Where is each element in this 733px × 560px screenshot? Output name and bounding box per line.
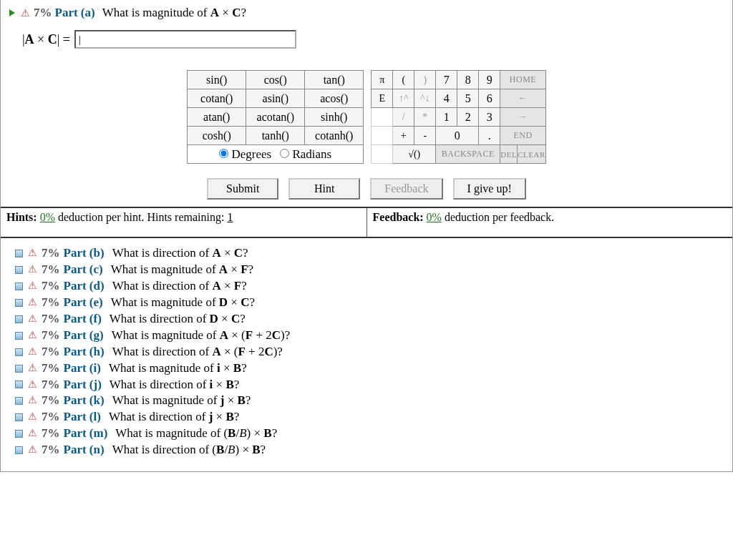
collapse-icon[interactable] (15, 413, 23, 421)
part-label: Part (g) (64, 328, 104, 344)
question-text: What is direction of A × F? (112, 278, 247, 295)
warn-icon: ⚠ (26, 296, 38, 310)
answer-lhs: |A × C| = (22, 32, 70, 47)
part-item[interactable]: ⚠7%Part (h)What is direction of A × (F +… (15, 344, 724, 360)
collapse-icon[interactable] (15, 283, 23, 290)
collapse-icon[interactable] (15, 446, 23, 454)
key-left-arrow[interactable]: ← (500, 89, 545, 108)
part-percent: 7% (42, 262, 60, 278)
submit-button[interactable]: Submit (207, 178, 278, 200)
part-item[interactable]: ⚠7%Part (g)What is magnitude of A × (F +… (15, 328, 724, 344)
key-home[interactable]: HOME (500, 71, 545, 89)
question-text: What is magnitude of i × B? (109, 360, 247, 377)
key-acotan[interactable]: acotan() (246, 108, 305, 127)
key-7[interactable]: 7 (436, 71, 457, 89)
part-percent: 7% (42, 393, 60, 409)
key-star[interactable]: * (414, 108, 436, 127)
key-rparen[interactable]: ) (414, 71, 436, 89)
key-tan[interactable]: tan() (305, 71, 364, 89)
key-backspace[interactable]: BACKSPACE (436, 145, 500, 164)
collapse-icon[interactable] (15, 365, 23, 373)
key-dot[interactable]: . (479, 127, 500, 145)
part-item[interactable]: ⚠7%Part (c)What is magnitude of A × F? (15, 262, 724, 278)
answer-input[interactable] (74, 30, 296, 49)
part-item[interactable]: ⚠7%Part (f)What is direction of D × C? (15, 311, 724, 328)
key-minus[interactable]: - (414, 127, 436, 145)
part-item[interactable]: ⚠7%Part (m)What is magnitude of (B/B) × … (15, 426, 724, 442)
key-slash[interactable]: / (393, 108, 414, 127)
key-atan[interactable]: atan() (188, 108, 246, 127)
part-item[interactable]: ⚠7%Part (i)What is magnitude of i × B? (15, 360, 724, 377)
part-label: Part (k) (64, 393, 105, 409)
key-del[interactable]: DEL (500, 145, 518, 163)
hint-button[interactable]: Hint (288, 178, 360, 200)
key-sin[interactable]: sin() (188, 71, 246, 89)
key-del-clear: DEL CLEAR (500, 145, 545, 164)
key-cotanh[interactable]: cotanh() (305, 127, 364, 145)
key-cosh[interactable]: cosh() (188, 127, 246, 145)
key-tanh[interactable]: tanh() (246, 127, 305, 145)
key-0[interactable]: 0 (436, 127, 479, 145)
radians-option[interactable]: Radians (280, 147, 331, 161)
part-item[interactable]: ⚠7%Part (n)What is direction of (B/B) × … (15, 442, 724, 458)
key-2[interactable]: 2 (457, 108, 479, 127)
key-cotan[interactable]: cotan() (188, 89, 246, 108)
key-9[interactable]: 9 (479, 71, 500, 89)
feedback-button[interactable]: Feedback (370, 178, 442, 200)
collapse-icon[interactable] (15, 299, 23, 307)
part-item[interactable]: ⚠7%Part (l)What is direction of j × B? (15, 409, 724, 426)
key-sqrt[interactable]: √() (393, 145, 436, 164)
collapse-icon[interactable] (15, 430, 23, 438)
collapse-icon[interactable] (15, 315, 23, 323)
key-exp-up[interactable]: ↑^ (393, 89, 414, 108)
key-5[interactable]: 5 (457, 89, 479, 108)
degrees-radio[interactable] (219, 149, 228, 158)
warn-icon: ⚠ (26, 362, 38, 375)
part-percent: 7% (42, 377, 60, 393)
key-lparen[interactable]: ( (393, 71, 414, 89)
radians-radio[interactable] (280, 149, 289, 158)
key-clear[interactable]: CLEAR (518, 145, 545, 163)
part-item[interactable]: ⚠7%Part (e)What is magnitude of D × C? (15, 295, 724, 311)
numeric-keypad: π ( ) 7 8 9 HOME E ↑^ ^↓ 4 5 6 ← / * 1 2… (371, 70, 545, 164)
collapse-icon[interactable] (15, 250, 23, 257)
question-text: What is magnitude of j × B? (112, 393, 251, 409)
key-pi[interactable]: π (372, 71, 393, 89)
degrees-option[interactable]: Degrees (219, 147, 271, 161)
key-3[interactable]: 3 (479, 108, 500, 127)
part-item[interactable]: ⚠7%Part (b)What is direction of A × C? (15, 245, 724, 262)
expand-icon[interactable] (9, 9, 15, 16)
key-exp-down[interactable]: ^↓ (414, 89, 436, 108)
giveup-button[interactable]: I give up! (453, 178, 526, 200)
key-E[interactable]: E (372, 89, 393, 108)
key-plus[interactable]: + (393, 127, 414, 145)
part-percent: 7% (42, 360, 60, 377)
collapse-icon[interactable] (15, 397, 23, 405)
key-sinh[interactable]: sinh() (305, 108, 364, 127)
part-percent: 7% (42, 311, 60, 328)
part-label: Part (h) (64, 344, 105, 360)
part-item[interactable]: ⚠7%Part (j)What is direction of i × B? (15, 377, 724, 393)
key-cos[interactable]: cos() (246, 71, 305, 89)
part-item[interactable]: ⚠7%Part (k)What is magnitude of j × B? (15, 393, 724, 409)
key-acos[interactable]: acos() (305, 89, 364, 108)
part-percent: 7% (42, 295, 60, 311)
part-item[interactable]: ⚠7%Part (d)What is direction of A × F? (15, 278, 724, 295)
part-label: Part (j) (64, 377, 102, 393)
key-6[interactable]: 6 (479, 89, 500, 108)
collapse-icon[interactable] (15, 332, 23, 340)
key-end[interactable]: END (500, 127, 545, 145)
key-asin[interactable]: asin() (246, 89, 305, 108)
collapse-icon[interactable] (15, 266, 23, 274)
key-8[interactable]: 8 (457, 71, 479, 89)
key-right-arrow[interactable]: → (500, 108, 545, 127)
question-text: What is direction of A × C? (112, 245, 248, 262)
collapse-icon[interactable] (15, 348, 23, 356)
part-label: Part (i) (64, 360, 101, 377)
part-percent: 7% (42, 426, 60, 442)
warn-icon: ⚠ (26, 394, 38, 408)
key-4[interactable]: 4 (436, 89, 457, 108)
part-label: Part (f) (64, 311, 102, 328)
collapse-icon[interactable] (15, 380, 23, 388)
key-1[interactable]: 1 (436, 108, 457, 127)
